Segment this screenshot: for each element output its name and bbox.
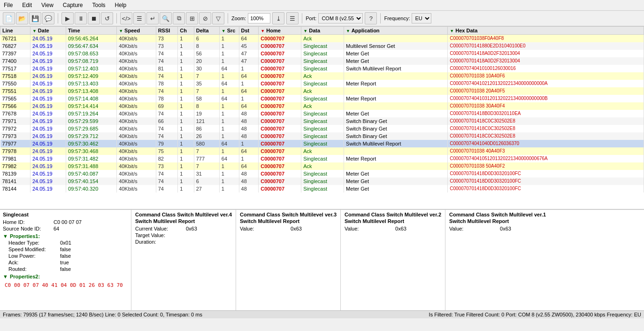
menu-help[interactable]: Help: [113, 1, 129, 9]
detail-properties2-title[interactable]: ▼ Properties2:: [3, 274, 128, 279]
table-cell: Meter Get: [344, 177, 448, 185]
table-cell: 45: [239, 42, 259, 50]
copy-button[interactable]: ⧉: [173, 12, 185, 24]
detail-properties1-title[interactable]: ▼ Properties1:: [3, 233, 128, 239]
table-cell: 09:57:31.482: [66, 155, 117, 162]
menu-view[interactable]: View: [39, 1, 55, 9]
zoom-input[interactable]: [248, 13, 270, 23]
table-row[interactable]: 7797124.05.1909:57:29.59940Kbit/s6611211…: [0, 117, 644, 125]
zoom-group: Zoom:: [231, 13, 270, 23]
table-cell: Singlecast: [301, 125, 344, 132]
col-header-data[interactable]: ▼ Data: [301, 27, 344, 35]
comment-button[interactable]: 💬: [42, 12, 54, 24]
table-row[interactable]: 7756624.05.1909:57:14.41440Kbit/s6918164…: [0, 102, 644, 110]
zoom-fit-button[interactable]: ⤓: [272, 12, 284, 24]
table-cell: 40Kbit/s: [117, 57, 156, 65]
table-cell: 1: [178, 65, 194, 72]
table-cell: 79: [156, 140, 178, 147]
table-cell: 78139: [0, 170, 31, 177]
col-header-dst[interactable]: Dst: [239, 27, 259, 35]
play-button[interactable]: ▶: [61, 12, 74, 24]
table-cell: 64: [219, 95, 239, 102]
col-header-line[interactable]: Line: [0, 27, 31, 35]
col-header-delta[interactable]: Delta: [194, 27, 219, 35]
table-cell: Ack: [301, 147, 344, 155]
table-row[interactable]: 7813924.05.1909:57:40.08740Kbit/s7413114…: [0, 170, 644, 177]
menu-capture[interactable]: Capture: [61, 1, 85, 9]
table-cell: 77550: [0, 80, 31, 87]
table-cell: 1: [219, 57, 239, 65]
col-header-date[interactable]: ▼ Date: [30, 27, 66, 35]
table-row[interactable]: 7739724.05.1909:57:08.65340Kbit/s7415614…: [0, 50, 644, 57]
port-info-button[interactable]: ?: [365, 12, 377, 24]
table-row[interactable]: 7797224.05.1909:57:29.68540Kbit/s7418614…: [0, 125, 644, 132]
table-cell: 1: [178, 140, 194, 147]
table-cell: Singlecast: [301, 80, 344, 87]
table-row[interactable]: 7755024.05.1909:57:13.40340Kbit/s7813564…: [0, 80, 644, 87]
table-row[interactable]: 7814424.05.1909:57:40.32040Kbit/s7412714…: [0, 185, 644, 192]
table-cell: 09:57:40.087: [66, 170, 117, 177]
detail-col-3-field-0-key: Value:: [449, 226, 496, 231]
col-header-src[interactable]: ▼ Src: [219, 27, 239, 35]
table-row[interactable]: 7798124.05.1909:57:31.48240Kbit/s8217776…: [0, 155, 644, 162]
table-cell: 69: [156, 102, 178, 110]
table-cell: 09:56:47.634: [66, 42, 117, 50]
zoom-menu-button[interactable]: ☰: [286, 12, 299, 24]
col-header-hex[interactable]: ▼ Hex Data: [448, 27, 644, 35]
table-row[interactable]: 7767824.05.1909:57:19.26440Kbit/s7411914…: [0, 110, 644, 117]
col-header-speed[interactable]: ▼ Speed: [117, 27, 156, 35]
enter-button[interactable]: ↵: [146, 12, 159, 24]
restart-button[interactable]: ↺: [101, 12, 113, 24]
save-button[interactable]: 💾: [29, 12, 41, 24]
menu-edit[interactable]: Edit: [20, 1, 34, 9]
table-row[interactable]: 7797824.05.1909:57:30.46840Kbit/s7517164…: [0, 147, 644, 155]
table-row[interactable]: 7682724.05.1909:56:47.63440Kbit/s7318145…: [0, 42, 644, 50]
filter-clear-button[interactable]: ⊘: [199, 12, 211, 24]
table-cell: Switch Binary Get: [344, 125, 448, 132]
table-cell: 40Kbit/s: [117, 50, 156, 57]
table-row[interactable]: 7672124.05.1909:56:45.26440Kbit/s7316164…: [0, 35, 644, 42]
table-row[interactable]: 7751824.05.1909:57:12.40940Kbit/s7417164…: [0, 72, 644, 80]
table-cell: 64: [239, 147, 259, 155]
table-row[interactable]: 7740024.05.1909:57:08.71940Kbit/s7412014…: [0, 57, 644, 65]
col-header-time[interactable]: Time: [66, 27, 117, 35]
freq-select[interactable]: EU: [412, 13, 431, 23]
table-cell: 24.05.19: [30, 162, 66, 170]
col-header-home[interactable]: ▼ Home: [259, 27, 301, 35]
table-cell: C0000707: [259, 117, 301, 125]
col-header-rssi[interactable]: RSSI: [156, 27, 178, 35]
list-button[interactable]: ☰: [133, 12, 146, 24]
table-cell: 24.05.19: [30, 132, 66, 140]
table-cell: 1: [178, 80, 194, 87]
table-cell: C000070701418A0D2F32013004: [448, 57, 644, 65]
filter-button[interactable]: ▽: [212, 12, 224, 24]
menu-file[interactable]: File: [2, 1, 15, 9]
open-button[interactable]: 📂: [16, 12, 28, 24]
search-button[interactable]: 🔍: [160, 12, 172, 24]
code-button[interactable]: </>: [120, 12, 132, 24]
table-row[interactable]: 7751724.05.1909:57:12.40340Kbit/s8113064…: [0, 65, 644, 72]
table-cell: 24.05.19: [30, 155, 66, 162]
table-row[interactable]: 7797724.05.1909:57:30.46240Kbit/s7915806…: [0, 140, 644, 147]
menu-tools[interactable]: Tools: [91, 1, 107, 9]
table-row[interactable]: 7756524.05.1909:57:14.40840Kbit/s7815864…: [0, 95, 644, 102]
table-cell: 1: [219, 177, 239, 185]
file-tools: 📄 📂 💾 💬: [3, 12, 54, 24]
col-header-ch[interactable]: Ch: [178, 27, 194, 35]
table-row[interactable]: 7797324.05.1909:57:29.71240Kbit/s7412614…: [0, 132, 644, 140]
table-button[interactable]: ⊞: [186, 12, 198, 24]
pause-button[interactable]: ⏸: [75, 12, 87, 24]
new-button[interactable]: 📄: [3, 12, 15, 24]
port-select[interactable]: COM 8 (v2.55: [318, 13, 363, 23]
table-cell: 77551: [0, 87, 31, 95]
menubar: File Edit View Capture Tools Help: [0, 0, 644, 11]
col-header-app[interactable]: ▼ Application: [344, 27, 448, 35]
stop-button[interactable]: ⏹: [88, 12, 100, 24]
table-row[interactable]: 7755124.05.1909:57:13.40840Kbit/s7417164…: [0, 87, 644, 95]
table-cell: 74: [156, 177, 178, 185]
statusbar-left: Frames: 79935 (17 frames/sec; 1240 B/sec…: [3, 312, 202, 317]
table-row[interactable]: 7798224.05.1909:57:31.48840Kbit/s7317164…: [0, 162, 644, 170]
table-cell: 24.05.19: [30, 50, 66, 57]
table-cell: C000070701038F0A40F8: [448, 35, 644, 42]
table-row[interactable]: 7814124.05.1909:57:40.15440Kbit/s7416148…: [0, 177, 644, 185]
